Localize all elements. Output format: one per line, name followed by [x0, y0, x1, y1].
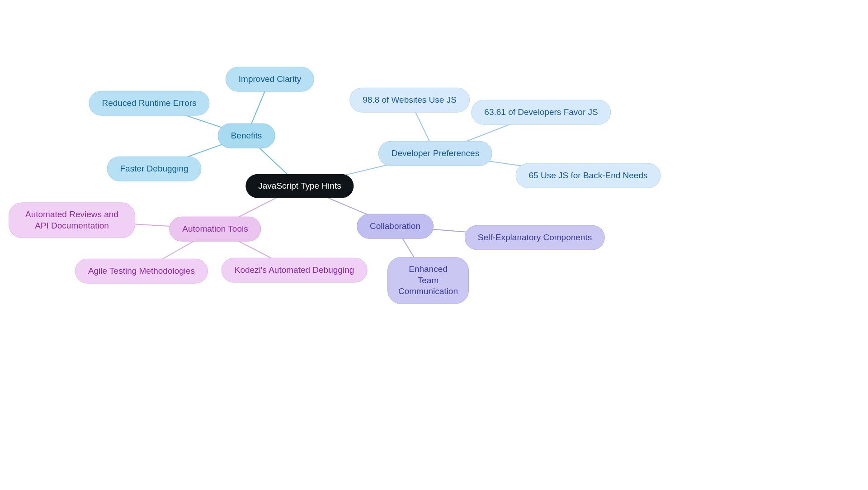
- self-explanatory-node: Self-Explanatory Components: [465, 225, 605, 250]
- benefits-label: Benefits: [231, 130, 262, 142]
- collaboration-label: Collaboration: [370, 221, 420, 232]
- automated-reviews-label: Automated Reviews and API Documentation: [22, 209, 122, 231]
- center-node: JavaScript Type Hints: [245, 174, 354, 198]
- devs-favor-label: 63.61 of Developers Favor JS: [484, 107, 598, 118]
- automation-hub: Automation Tools: [169, 217, 261, 242]
- backend-js-node: 65 Use JS for Back-End Needs: [516, 163, 661, 188]
- team-comm-label: Enhanced Team Communication: [398, 264, 458, 297]
- faster-debugging-label: Faster Debugging: [120, 163, 188, 175]
- websites-js-label: 98.8 of Websites Use JS: [363, 95, 457, 106]
- faster-debugging-node: Faster Debugging: [107, 157, 201, 181]
- improved-clarity-node: Improved Clarity: [226, 67, 314, 92]
- mindmap-edges: [0, 0, 868, 490]
- automation-label: Automation Tools: [182, 224, 248, 235]
- backend-js-label: 65 Use JS for Back-End Needs: [529, 170, 648, 181]
- kodezi-label: Kodezi's Automated Debugging: [235, 265, 354, 276]
- developer-prefs-hub: Developer Preferences: [378, 141, 492, 166]
- improved-clarity-label: Improved Clarity: [239, 74, 301, 85]
- team-comm-node: Enhanced Team Communication: [387, 257, 469, 304]
- self-explanatory-label: Self-Explanatory Components: [478, 232, 592, 243]
- developer-prefs-label: Developer Preferences: [392, 148, 479, 159]
- agile-testing-node: Agile Testing Methodologies: [75, 259, 208, 284]
- center-label: JavaScript Type Hints: [258, 181, 341, 192]
- websites-js-node: 98.8 of Websites Use JS: [349, 88, 470, 113]
- kodezi-node: Kodezi's Automated Debugging: [222, 258, 368, 283]
- reduced-runtime-node: Reduced Runtime Errors: [89, 91, 209, 116]
- agile-testing-label: Agile Testing Methodologies: [88, 266, 195, 277]
- automated-reviews-node: Automated Reviews and API Documentation: [9, 202, 135, 238]
- reduced-runtime-label: Reduced Runtime Errors: [102, 98, 196, 109]
- collaboration-hub: Collaboration: [357, 214, 434, 239]
- devs-favor-node: 63.61 of Developers Favor JS: [471, 100, 611, 125]
- benefits-hub: Benefits: [218, 124, 275, 148]
